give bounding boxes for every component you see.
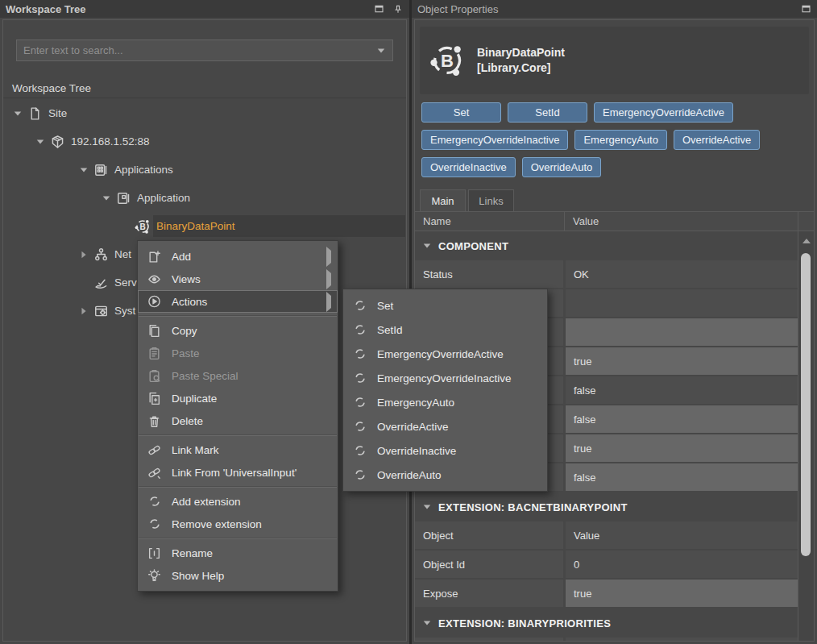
section-header-label: EXTENSION: BACNETBINARYPOINT	[438, 501, 628, 513]
section-collapse-icon[interactable]	[424, 621, 431, 625]
scrollbar-thumb[interactable]	[801, 253, 811, 556]
property-value-cell[interactable]: Value	[566, 521, 798, 549]
menu-item-overrideinactive[interactable]: OverrideInactive	[343, 438, 547, 463]
dropdown-arrow-icon[interactable]	[378, 48, 385, 52]
section-header-extension-bacnetbinarypoint[interactable]: EXTENSION: BACNETBINARYPOINT	[415, 492, 798, 521]
column-header-name[interactable]: Name	[415, 212, 565, 231]
action-button-overrideauto[interactable]: OverrideAuto	[522, 157, 602, 177]
property-value-cell[interactable]: 0	[566, 551, 798, 578]
maximize-icon[interactable]	[800, 3, 811, 15]
expander-down-icon[interactable]	[77, 168, 90, 172]
search-combobox[interactable]	[16, 39, 393, 61]
scrollbar-up-icon[interactable]	[802, 239, 811, 243]
menu-item-label: Link Mark	[172, 444, 219, 456]
property-value-cell[interactable]	[566, 318, 798, 346]
menu-item-actions[interactable]: Actions	[138, 290, 338, 313]
tree-item-application[interactable]: Application	[3, 184, 406, 212]
menu-item-emergencyoverrideinactive[interactable]: EmergencyOverrideInactive	[343, 366, 547, 390]
menu-item-label: OverrideAuto	[377, 469, 442, 481]
column-header-value[interactable]: Value	[565, 212, 798, 231]
menu-item-set[interactable]: Set	[343, 293, 547, 318]
eye-icon	[147, 272, 161, 286]
property-value-cell[interactable]: true	[566, 347, 798, 375]
menu-item-link-mark[interactable]: Link Mark	[138, 438, 338, 461]
property-value-cell[interactable]: true	[566, 580, 798, 607]
application-icon	[115, 190, 131, 206]
section-collapse-icon[interactable]	[424, 243, 431, 247]
property-value-cell[interactable]: false	[566, 376, 798, 404]
property-name-cell: Expose	[415, 580, 563, 607]
menu-item-emergencyoverrideactive[interactable]: EmergencyOverrideActive	[343, 342, 547, 366]
actions-submenu: SetSetIdEmergencyOverrideActiveEmergency…	[342, 289, 548, 492]
property-value-cell[interactable]: false	[566, 405, 798, 433]
action-button-overrideactive[interactable]: OverrideActive	[674, 130, 760, 150]
tree-item-binarydatapoint[interactable]: BBinaryDataPoint	[3, 212, 406, 240]
action-button-setid[interactable]: SetId	[508, 102, 587, 123]
property-value-cell[interactable]: OK	[566, 260, 798, 288]
menu-item-add[interactable]: Add	[138, 245, 338, 268]
maximize-icon[interactable]	[373, 3, 384, 15]
search-input[interactable]	[17, 44, 377, 56]
menu-item-add-extension[interactable]: Add extension	[138, 490, 338, 513]
spinner-icon	[353, 299, 367, 313]
vertical-scrollbar[interactable]	[798, 231, 814, 641]
section-collapse-icon[interactable]	[424, 505, 431, 509]
menu-separator	[139, 434, 337, 436]
menu-item-label: Duplicate	[172, 393, 217, 405]
expander-down-icon[interactable]	[34, 139, 47, 144]
menu-item-remove-extension[interactable]: Remove extension	[138, 513, 338, 535]
section-header-component[interactable]: COMPONENT	[415, 231, 798, 260]
svg-text:B: B	[139, 222, 145, 231]
action-button-overrideinactive[interactable]: OverrideInactive	[421, 157, 516, 177]
property-value-cell[interactable]: false	[566, 463, 798, 491]
menu-item-setid[interactable]: SetId	[343, 318, 547, 342]
workspace-tree-title: Workspace Tree	[6, 3, 85, 15]
menu-item-emergencyauto[interactable]: EmergencyAuto	[343, 390, 547, 414]
menu-item-label: Paste	[172, 347, 200, 359]
action-button-emergencyoverrideinactive[interactable]: EmergencyOverrideInactive	[421, 130, 568, 150]
tree-item-applications[interactable]: Applications	[3, 156, 406, 184]
actions-icon	[147, 295, 161, 309]
menu-item-paste-special: Paste Special	[138, 364, 338, 387]
section-header-extension-binarypriorities[interactable]: EXTENSION: BINARYPRIORITIES	[415, 609, 798, 638]
binary-data-point-icon: B	[429, 43, 465, 78]
tab-main[interactable]: Main	[420, 189, 466, 211]
menu-item-views[interactable]: Views	[138, 268, 338, 290]
action-button-emergencyauto[interactable]: EmergencyAuto	[574, 130, 667, 150]
menu-item-rename[interactable]: Rename	[138, 542, 338, 564]
menu-item-show-help[interactable]: Show Help	[138, 564, 338, 587]
menu-item-delete[interactable]: Delete	[138, 409, 338, 432]
property-value-cell[interactable]: true	[566, 434, 798, 462]
property-name-cell: Object	[415, 521, 563, 549]
object-properties-titlebar: Object Properties	[412, 0, 817, 18]
app-window: Workspace Tree Workspace Tree Site192.16…	[0, 0, 817, 644]
expander-right-icon[interactable]	[77, 251, 90, 259]
tree-item-site[interactable]: Site	[3, 99, 406, 127]
property-value-cell[interactable]	[566, 289, 798, 317]
expander-down-icon[interactable]	[11, 111, 24, 116]
duplicate-icon	[147, 392, 161, 405]
spinner-icon	[147, 517, 161, 531]
context-menu: AddViewsActionsCopyPastePaste SpecialDup…	[137, 240, 338, 592]
copy-icon	[147, 324, 161, 338]
tab-links[interactable]: Links	[468, 189, 514, 211]
property-value-cell[interactable]	[566, 638, 798, 641]
action-button-emergencyoverrideactive[interactable]: EmergencyOverrideActive	[594, 102, 733, 123]
paste-special-icon	[147, 369, 161, 383]
action-button-set[interactable]: Set	[421, 102, 501, 123]
tree-item-192-168-1-52-88[interactable]: 192.168.1.52:88	[3, 127, 406, 156]
menu-item-overrideauto[interactable]: OverrideAuto	[343, 463, 547, 487]
menu-item-overrideactive[interactable]: OverrideActive	[343, 414, 547, 438]
pin-icon[interactable]	[392, 3, 404, 15]
expander-right-icon[interactable]	[77, 307, 90, 315]
menu-item-copy[interactable]: Copy	[138, 319, 338, 342]
expander-down-icon[interactable]	[100, 196, 113, 201]
menu-item-duplicate[interactable]: Duplicate	[138, 387, 338, 409]
menu-item-paste: Paste	[138, 342, 338, 364]
menu-item-link-from-universalinput[interactable]: Link From 'UniversalInput'	[138, 461, 338, 484]
tab-label: Main	[431, 195, 454, 207]
delete-icon	[147, 414, 161, 428]
link-icon	[147, 443, 161, 457]
document-icon	[27, 106, 43, 122]
applications-icon	[93, 162, 109, 178]
